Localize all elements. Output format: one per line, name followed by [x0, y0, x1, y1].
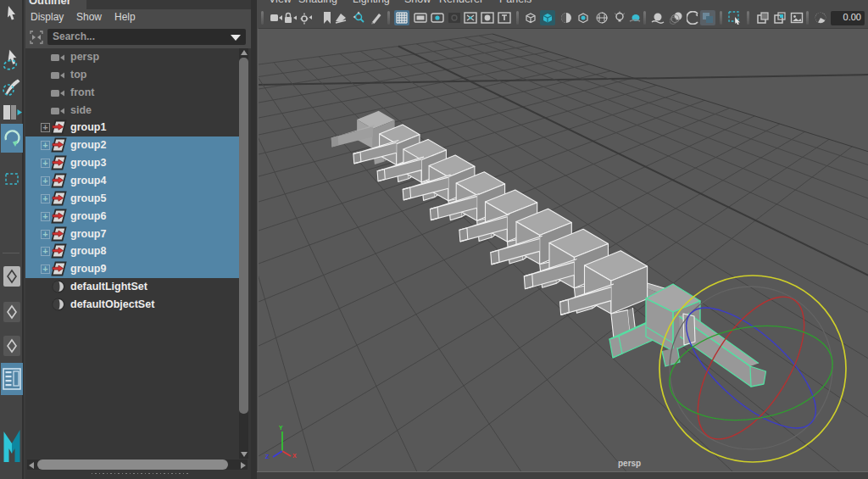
svg-text:persp: persp [618, 459, 641, 468]
svg-text:Z: Z [265, 454, 270, 460]
svg-text:X: X [292, 453, 297, 459]
svg-text:Y: Y [279, 425, 283, 431]
